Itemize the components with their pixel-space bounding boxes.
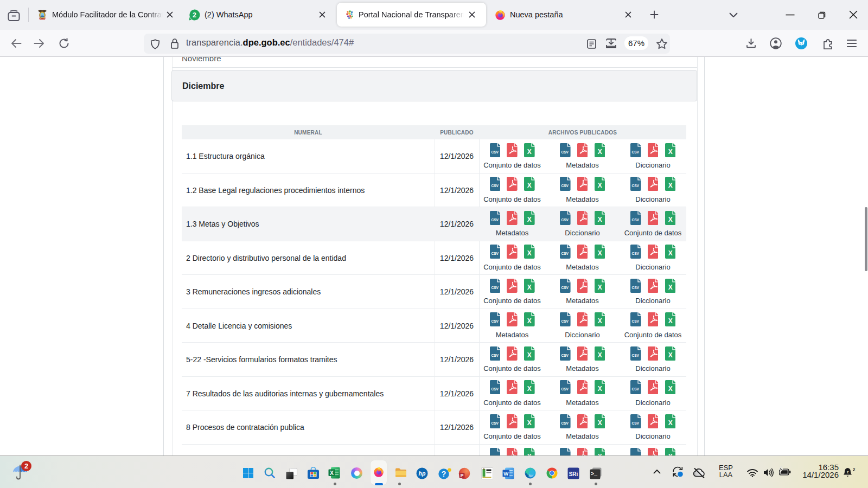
- svg-text:X: X: [330, 470, 334, 476]
- svg-text:W: W: [503, 471, 508, 477]
- svg-text:>_: >_: [591, 471, 598, 477]
- svg-text:2: 2: [193, 11, 196, 19]
- svg-text:z: z: [853, 467, 856, 472]
- svg-text:?: ?: [442, 470, 446, 478]
- svg-text:hp: hp: [419, 470, 426, 477]
- svg-text:z: z: [847, 470, 849, 474]
- svg-text:SRi: SRi: [569, 471, 578, 477]
- svg-text:P: P: [461, 473, 464, 478]
